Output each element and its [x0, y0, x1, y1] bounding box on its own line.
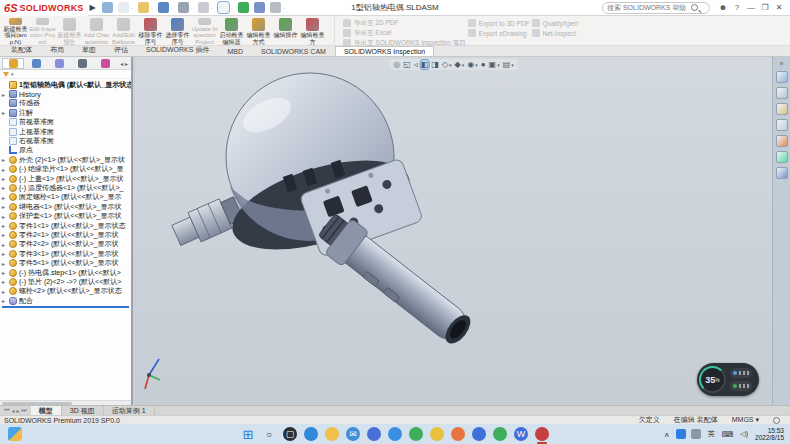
- search-icon[interactable]: [691, 4, 698, 11]
- touch-keyboard-icon[interactable]: ⌨: [722, 430, 734, 439]
- word-icon[interactable]: W: [514, 427, 528, 441]
- dropdown-caret-icon[interactable]: ·: [131, 5, 133, 11]
- tree-item[interactable]: ▸(-) 热电偶.step<1> (默认<<默认>: [0, 268, 131, 277]
- custom-properties-icon[interactable]: [776, 167, 788, 179]
- expand-arrow-icon[interactable]: ▸: [2, 288, 9, 295]
- tree-item[interactable]: 原点: [0, 146, 131, 155]
- tree-item[interactable]: ▸螺栓<2> (默认<<默认>_显示状态: [0, 287, 131, 296]
- dropdown-caret-icon[interactable]: ·: [151, 5, 153, 11]
- panel-tab-scroll-arrows[interactable]: ◂ ▸: [120, 60, 131, 67]
- expand-arrow-icon[interactable]: ▸: [2, 175, 9, 182]
- expand-arrow-icon[interactable]: ▸: [2, 213, 9, 220]
- search-icon[interactable]: ○: [262, 427, 276, 441]
- print-icon[interactable]: [178, 2, 189, 13]
- tree-item[interactable]: ▸零件5<1> (默认<<默认>_显示状: [0, 258, 131, 267]
- expand-arrow-icon[interactable]: ▸: [2, 109, 9, 116]
- logo-flyout-arrow-icon[interactable]: ▶: [90, 3, 96, 12]
- restore-icon[interactable]: ❐: [758, 3, 772, 12]
- tree-item[interactable]: ▸(-) 上盖<1> (默认<<默认>_显示状: [0, 174, 131, 183]
- file-explorer-icon[interactable]: [776, 119, 788, 131]
- expand-arrow-icon[interactable]: ▸: [2, 278, 9, 285]
- tree-item[interactable]: ▸零件2<1> (默认<<默认>_显示状: [0, 230, 131, 239]
- expand-arrow-icon[interactable]: ▸: [2, 222, 9, 229]
- tree-item[interactable]: 右视基准面: [0, 136, 131, 145]
- graphics-viewport[interactable]: ◎◱◃◧◨◇▾◆▾◉▾●▣▾▤▾: [135, 57, 772, 405]
- tree-root[interactable]: 1型铝轴热电偶 (默认<默认_显示状态-1: [0, 80, 131, 89]
- tree-item[interactable]: ▸外壳 (2)<1> (默认<<默认>_显示状: [0, 155, 131, 164]
- expand-arrow-icon[interactable]: ▸: [2, 231, 9, 238]
- file-explorer-icon[interactable]: [325, 427, 339, 441]
- rollback-bar[interactable]: [2, 306, 129, 308]
- tree-item[interactable]: ▸零件3<1> (默认<<默认>_显示状: [0, 249, 131, 258]
- tab-scroll-arrow-icon[interactable]: ⏭: [21, 407, 26, 414]
- tab-scroll-arrow-icon[interactable]: ◂: [11, 407, 14, 414]
- expand-arrow-icon[interactable]: ▸: [2, 241, 9, 248]
- rebuild-icon[interactable]: [238, 2, 249, 13]
- filter-funnel-icon[interactable]: [3, 72, 9, 77]
- save-icon[interactable]: [158, 2, 169, 13]
- start-icon[interactable]: ⊞: [241, 427, 255, 441]
- ime-language-indicator[interactable]: 英: [708, 429, 715, 439]
- dropdown-caret-icon[interactable]: ·: [191, 5, 193, 11]
- expand-arrow-icon[interactable]: ▸: [2, 194, 9, 201]
- dropdown-caret-icon[interactable]: ·: [211, 5, 213, 11]
- tree-item[interactable]: ▸注解: [0, 108, 131, 117]
- tree-item[interactable]: ▸(-) 垫片 (2)<2> ->? (默认<<默认>: [0, 277, 131, 286]
- options-icon[interactable]: [270, 2, 281, 13]
- tab-草图[interactable]: 草图: [73, 43, 105, 56]
- task-view-icon[interactable]: ▢: [283, 427, 297, 441]
- search-box[interactable]: [602, 2, 710, 14]
- status-units[interactable]: MMGS ▾: [732, 416, 759, 424]
- recorder-button-top[interactable]: [730, 368, 752, 378]
- solidworks-icon[interactable]: [535, 427, 549, 441]
- open-file-icon[interactable]: [138, 2, 149, 13]
- tab-布局[interactable]: 布局: [41, 43, 73, 56]
- filter-caret-icon[interactable]: ▾: [11, 71, 14, 77]
- expand-arrow-icon[interactable]: ▸: [2, 166, 9, 173]
- doc-tab-运动算例-1[interactable]: 运动算例 1: [104, 406, 155, 415]
- tree-item[interactable]: 传感器: [0, 99, 131, 108]
- volume-icon[interactable]: ◁): [740, 430, 748, 438]
- recorder-button-bottom[interactable]: [730, 381, 752, 391]
- browser-icon[interactable]: [388, 427, 402, 441]
- dropdown-caret-icon[interactable]: ·: [283, 5, 285, 11]
- view-palette-icon[interactable]: [776, 135, 788, 147]
- expand-arrow-icon[interactable]: ▸: [2, 297, 9, 304]
- home-tab-icon[interactable]: [776, 71, 788, 83]
- status-globe-icon[interactable]: [773, 417, 780, 424]
- tree-item[interactable]: 上视基准面: [0, 127, 131, 136]
- onedrive-icon[interactable]: [676, 429, 686, 439]
- appearances-icon[interactable]: [776, 151, 788, 163]
- tray-expand-icon[interactable]: ʌ: [665, 430, 669, 439]
- edit-inspection-button[interactable]: 编辑检查方: [299, 16, 326, 45]
- file-properties-icon[interactable]: [254, 2, 265, 13]
- launch-inspection-editor-button[interactable]: 启动检查编辑器: [218, 16, 245, 45]
- tree-filter-row[interactable]: ▾: [0, 70, 131, 79]
- edge-icon[interactable]: [304, 427, 318, 441]
- expand-arrow-icon[interactable]: ▸: [2, 203, 9, 210]
- login-icon[interactable]: ☻: [716, 3, 730, 12]
- tree-item[interactable]: ▸继电器<1> (默认<<默认>_显示状: [0, 202, 131, 211]
- solidworks-resources-icon[interactable]: [776, 87, 788, 99]
- expand-arrow-icon[interactable]: ▸: [2, 184, 9, 191]
- dimxpertmanager-tab[interactable]: [71, 58, 93, 69]
- taskbar-clock[interactable]: 15:53 2022/8/15: [755, 427, 784, 441]
- help-icon[interactable]: ?: [730, 3, 744, 12]
- store-icon[interactable]: [367, 427, 381, 441]
- widgets-icon[interactable]: [8, 427, 22, 441]
- collapse-task-pane-icon[interactable]: »: [780, 60, 784, 67]
- tree-item[interactable]: ▸零件2<2> (默认<<默认>_显示状: [0, 240, 131, 249]
- recorder-progress-circle[interactable]: 35%: [699, 366, 726, 393]
- close-icon[interactable]: ✕: [772, 3, 786, 12]
- tree-item[interactable]: ▸(-) 绝缘垫片<1> (默认<<默认>_显: [0, 165, 131, 174]
- edit-inspection-method-button[interactable]: 编辑检查方式: [245, 16, 272, 45]
- tree-item[interactable]: ▸保护套<1> (默认<<默认>_显示状: [0, 211, 131, 220]
- expand-arrow-icon[interactable]: ▸: [2, 269, 9, 276]
- cad-app-icon[interactable]: [472, 427, 486, 441]
- tab-solidworks-插件[interactable]: SOLIDWORKS 插件: [137, 43, 218, 56]
- tab-scroll-arrow-icon[interactable]: ▸: [16, 407, 19, 414]
- security-icon[interactable]: [691, 429, 701, 439]
- undo-icon[interactable]: [198, 2, 209, 13]
- tab-solidworks-cam[interactable]: SOLIDWORKS CAM: [252, 46, 335, 56]
- model-3d[interactable]: [135, 57, 772, 405]
